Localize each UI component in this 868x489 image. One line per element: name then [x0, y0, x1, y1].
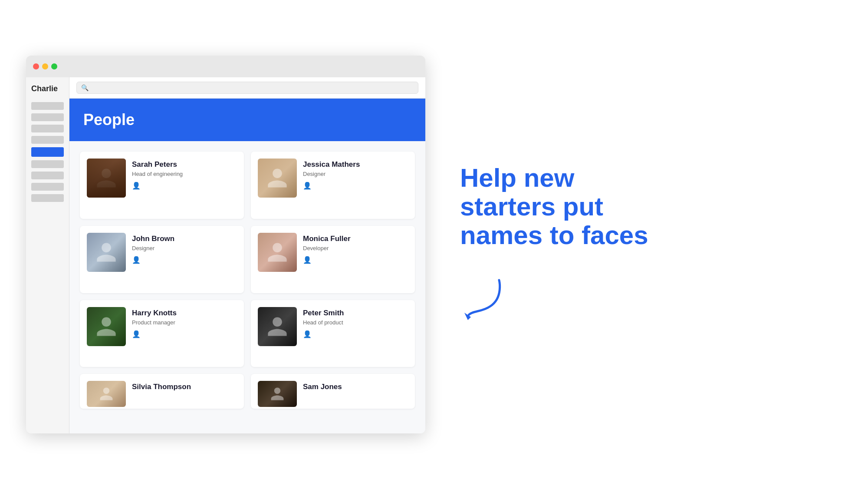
sidebar-item-3[interactable]	[31, 125, 64, 132]
person-card-silvia[interactable]: Silvia Thompson	[80, 374, 244, 409]
search-bar: 🔍	[69, 77, 425, 99]
person-info-silvia: Silvia Thompson	[132, 381, 237, 391]
maximize-button[interactable]	[51, 63, 57, 69]
people-grid: Sarah Peters Head of engineering 👤 Jessi…	[69, 141, 425, 433]
person-info-jessica: Jessica Mathers Designer 👤	[303, 159, 408, 190]
tagline-line3: names to faces	[460, 221, 648, 250]
person-role-peter: Head of product	[303, 319, 408, 326]
person-card-monica[interactable]: Monica Fuller Developer 👤	[251, 226, 415, 293]
browser-window: Charlie 🔍	[26, 56, 425, 433]
sidebar-item-8[interactable]	[31, 183, 64, 191]
person-role-harry: Product manager	[132, 319, 237, 326]
person-name-monica: Monica Fuller	[303, 235, 408, 243]
arrow-icon	[460, 271, 512, 324]
person-name-silvia: Silvia Thompson	[132, 383, 237, 391]
person-card-harry[interactable]: Harry Knotts Product manager 👤	[80, 300, 244, 367]
person-card-john[interactable]: John Brown Designer 👤	[80, 226, 244, 293]
close-button[interactable]	[33, 63, 39, 69]
tagline-line1: Help new	[460, 163, 574, 192]
person-photo-john	[87, 233, 126, 272]
person-name-harry: Harry Knotts	[132, 309, 237, 317]
search-icon: 🔍	[81, 84, 89, 91]
browser-content: Charlie 🔍	[26, 77, 425, 433]
person-card-sarah[interactable]: Sarah Peters Head of engineering 👤	[80, 152, 244, 219]
page-header: People	[69, 99, 425, 141]
person-profile-icon-john: 👤	[132, 256, 237, 264]
person-photo-jessica	[258, 159, 297, 198]
person-info-peter: Peter Smith Head of product 👤	[303, 307, 408, 338]
sidebar-item-9[interactable]	[31, 194, 64, 202]
person-photo-silvia	[87, 381, 126, 407]
tagline-line2: starters put	[460, 192, 603, 221]
person-profile-icon-sarah: 👤	[132, 182, 237, 190]
arrow-container	[460, 271, 512, 325]
person-info-sarah: Sarah Peters Head of engineering 👤	[132, 159, 237, 190]
search-input-wrapper[interactable]: 🔍	[76, 82, 418, 94]
person-photo-peter	[258, 307, 297, 346]
person-role-john: Designer	[132, 245, 237, 251]
person-name-peter: Peter Smith	[303, 309, 408, 317]
person-photo-sarah	[87, 159, 126, 198]
tagline: Help new starters put names to faces	[460, 164, 648, 250]
person-photo-sam	[258, 381, 297, 407]
person-role-jessica: Designer	[303, 171, 408, 177]
sidebar: Charlie	[26, 77, 69, 433]
person-profile-icon-monica: 👤	[303, 256, 408, 264]
person-name-jessica: Jessica Mathers	[303, 160, 408, 169]
sidebar-item-1[interactable]	[31, 102, 64, 110]
sidebar-item-5-active[interactable]	[31, 147, 64, 157]
person-role-sarah: Head of engineering	[132, 171, 237, 177]
person-name-john: John Brown	[132, 235, 237, 243]
person-profile-icon-harry: 👤	[132, 330, 237, 338]
person-info-john: John Brown Designer 👤	[132, 233, 237, 264]
person-photo-harry	[87, 307, 126, 346]
person-info-sam: Sam Jones	[303, 381, 408, 391]
sidebar-item-6[interactable]	[31, 160, 64, 168]
person-profile-icon-jessica: 👤	[303, 182, 408, 190]
traffic-lights	[33, 63, 57, 69]
person-name-sam: Sam Jones	[303, 383, 408, 391]
minimize-button[interactable]	[42, 63, 48, 69]
person-card-sam[interactable]: Sam Jones	[251, 374, 415, 409]
page-title: People	[83, 111, 411, 129]
person-card-jessica[interactable]: Jessica Mathers Designer 👤	[251, 152, 415, 219]
person-info-harry: Harry Knotts Product manager 👤	[132, 307, 237, 338]
sidebar-item-2[interactable]	[31, 113, 64, 121]
right-content: Help new starters put names to faces	[425, 164, 842, 325]
page-wrapper: Charlie 🔍	[0, 0, 868, 489]
person-role-monica: Developer	[303, 245, 408, 251]
title-bar	[26, 56, 425, 77]
person-info-monica: Monica Fuller Developer 👤	[303, 233, 408, 264]
person-profile-icon-peter: 👤	[303, 330, 408, 338]
person-card-peter[interactable]: Peter Smith Head of product 👤	[251, 300, 415, 367]
person-name-sarah: Sarah Peters	[132, 160, 237, 169]
sidebar-item-7[interactable]	[31, 172, 64, 179]
main-content: 🔍 People Sarah Pet	[69, 77, 425, 433]
sidebar-logo: Charlie	[31, 83, 64, 95]
sidebar-item-4[interactable]	[31, 136, 64, 144]
person-photo-monica	[258, 233, 297, 272]
search-input[interactable]	[92, 84, 414, 91]
